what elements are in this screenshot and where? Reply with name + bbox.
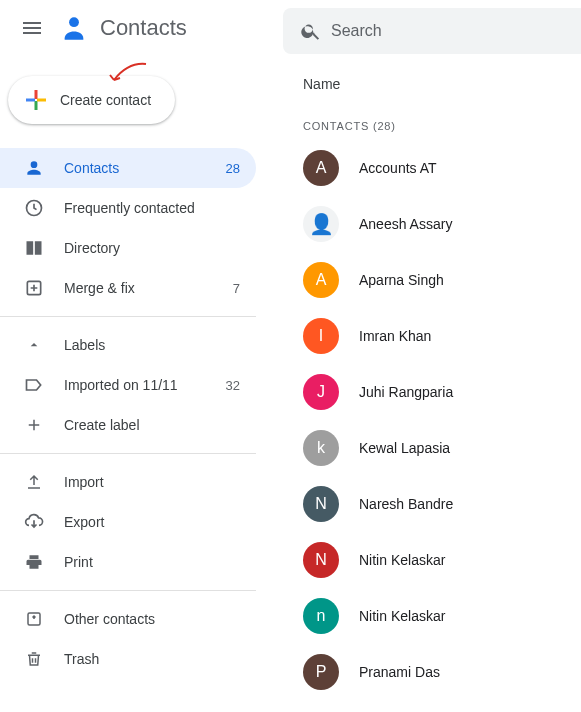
contacts-logo-icon (60, 14, 88, 42)
sidebar-labels-toggle[interactable]: Labels (0, 325, 256, 365)
sidebar-item-label: Directory (64, 240, 240, 256)
trash-icon (24, 649, 44, 669)
avatar: n (303, 598, 339, 634)
sidebar-item-trash[interactable]: Trash (0, 639, 256, 679)
sidebar-labels-header: Labels (64, 337, 240, 353)
hamburger-icon (20, 16, 44, 40)
sidebar-item-label: Merge & fix (64, 280, 213, 296)
contact-row[interactable]: AAccounts AT (283, 140, 581, 196)
app-logo[interactable]: Contacts (60, 14, 187, 42)
contact-name: Nitin Kelaskar (359, 608, 445, 624)
sidebar-item-frequent[interactable]: Frequently contacted (0, 188, 256, 228)
divider (0, 453, 256, 454)
sidebar-item-label: Print (64, 554, 240, 570)
column-header-name: Name (283, 64, 581, 104)
contact-row[interactable]: kKewal Lapasia (283, 420, 581, 476)
contact-row[interactable]: AAparna Singh (283, 252, 581, 308)
sidebar-item-label: Other contacts (64, 611, 240, 627)
sidebar: Contacts 28 Frequently contacted Directo… (0, 148, 256, 679)
sidebar-item-merge[interactable]: Merge & fix 7 (0, 268, 256, 308)
contact-name: Pranami Das (359, 664, 440, 680)
avatar: I (303, 318, 339, 354)
sidebar-item-label: Trash (64, 651, 240, 667)
sidebar-item-label: Create label (64, 417, 240, 433)
contact-name: Aneesh Assary (359, 216, 452, 232)
person-icon (24, 158, 44, 178)
chevron-up-icon (24, 335, 44, 355)
upload-icon (24, 472, 44, 492)
contact-row[interactable]: PPranami Das (283, 644, 581, 700)
create-contact-button[interactable]: Create contact (8, 76, 175, 124)
sidebar-create-label[interactable]: Create label (0, 405, 256, 445)
section-header: CONTACTS (28) (283, 104, 581, 140)
contact-row[interactable]: IImran Khan (283, 308, 581, 364)
svg-rect-2 (35, 101, 38, 110)
print-icon (24, 552, 44, 572)
sidebar-item-count: 28 (226, 161, 240, 176)
contact-list: AAccounts AT👤Aneesh AssaryAAparna SinghI… (283, 140, 581, 700)
search-input[interactable] (331, 22, 573, 40)
sidebar-item-export[interactable]: Export (0, 502, 256, 542)
avatar: A (303, 262, 339, 298)
search-bar[interactable] (283, 8, 581, 54)
svg-point-0 (69, 17, 79, 27)
divider (0, 590, 256, 591)
avatar: N (303, 486, 339, 522)
avatar: J (303, 374, 339, 410)
plus-icon (24, 415, 44, 435)
svg-rect-3 (26, 99, 35, 102)
sidebar-item-count: 32 (226, 378, 240, 393)
contact-name: Nitin Kelaskar (359, 552, 445, 568)
avatar: P (303, 654, 339, 690)
avatar: A (303, 150, 339, 186)
contact-name: Juhi Rangparia (359, 384, 453, 400)
sidebar-item-label: Imported on 11/11 (64, 377, 206, 393)
sidebar-label-imported[interactable]: Imported on 11/11 32 (0, 365, 256, 405)
menu-button[interactable] (8, 4, 56, 52)
label-icon (24, 375, 44, 395)
merge-icon (24, 278, 44, 298)
divider (0, 316, 256, 317)
search-icon (291, 11, 331, 51)
sidebar-item-other[interactable]: Other contacts (0, 599, 256, 639)
avatar: k (303, 430, 339, 466)
contact-row[interactable]: JJuhi Rangparia (283, 364, 581, 420)
sidebar-item-label: Export (64, 514, 240, 530)
archive-icon (24, 609, 44, 629)
contact-row[interactable]: NNitin Kelaskar (283, 532, 581, 588)
contact-name: Naresh Bandre (359, 496, 453, 512)
sidebar-item-label: Frequently contacted (64, 200, 240, 216)
avatar: N (303, 542, 339, 578)
sidebar-item-label: Import (64, 474, 240, 490)
create-contact-label: Create contact (60, 92, 151, 108)
sidebar-item-count: 7 (233, 281, 240, 296)
contact-name: Imran Khan (359, 328, 431, 344)
sidebar-item-print[interactable]: Print (0, 542, 256, 582)
contact-name: Accounts AT (359, 160, 437, 176)
plus-multicolor-icon (24, 88, 48, 112)
svg-rect-4 (37, 99, 46, 102)
avatar: 👤 (303, 206, 339, 242)
directory-icon (24, 238, 44, 258)
app-title: Contacts (100, 15, 187, 41)
svg-rect-1 (35, 90, 38, 99)
sidebar-item-label: Contacts (64, 160, 206, 176)
main-content: Name CONTACTS (28) AAccounts AT👤Aneesh A… (283, 64, 581, 712)
history-icon (24, 198, 44, 218)
sidebar-item-import[interactable]: Import (0, 462, 256, 502)
contact-row[interactable]: nNitin Kelaskar (283, 588, 581, 644)
contact-row[interactable]: NNaresh Bandre (283, 476, 581, 532)
cloud-download-icon (24, 512, 44, 532)
contact-name: Aparna Singh (359, 272, 444, 288)
sidebar-item-directory[interactable]: Directory (0, 228, 256, 268)
contact-row[interactable]: 👤Aneesh Assary (283, 196, 581, 252)
contact-name: Kewal Lapasia (359, 440, 450, 456)
sidebar-item-contacts[interactable]: Contacts 28 (0, 148, 256, 188)
